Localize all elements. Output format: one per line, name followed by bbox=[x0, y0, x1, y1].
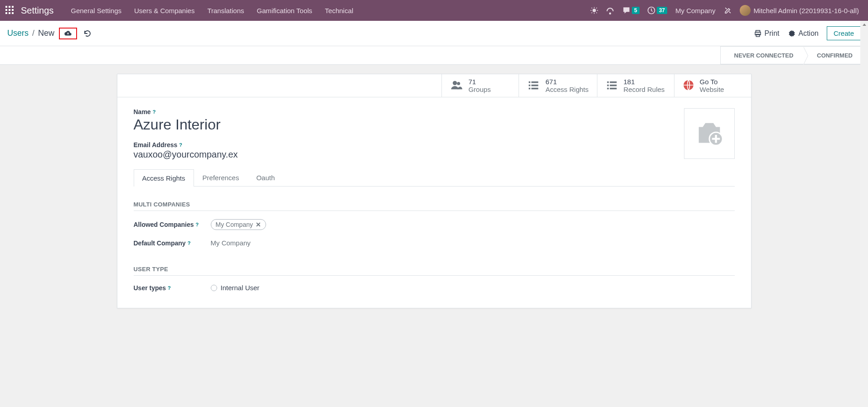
breadcrumb: Users / New bbox=[7, 28, 92, 39]
status-bar: NEVER CONNECTED CONFIRMED bbox=[0, 46, 868, 65]
help-icon[interactable]: ? bbox=[196, 222, 199, 227]
svg-rect-4 bbox=[9, 9, 10, 11]
radio-circle-icon bbox=[211, 285, 217, 291]
save-button[interactable] bbox=[59, 28, 77, 39]
stat-access-value: 671 bbox=[545, 78, 588, 86]
stat-rules-label: Record Rules bbox=[624, 86, 665, 93]
stat-groups[interactable]: 71 Groups bbox=[441, 74, 519, 97]
tab-oauth[interactable]: Oauth bbox=[247, 169, 283, 186]
tabs: Access Rights Preferences Oauth bbox=[134, 169, 735, 187]
tab-preferences[interactable]: Preferences bbox=[194, 169, 248, 186]
nav-translations[interactable]: Translations bbox=[201, 7, 250, 14]
help-icon[interactable]: ? bbox=[153, 109, 156, 115]
support-icon[interactable] bbox=[606, 6, 615, 15]
svg-rect-29 bbox=[610, 87, 616, 89]
nav-users-companies[interactable]: Users & Companies bbox=[128, 7, 201, 14]
tools-icon[interactable] bbox=[723, 6, 732, 15]
debug-icon[interactable] bbox=[590, 6, 598, 14]
svg-rect-3 bbox=[5, 9, 7, 11]
stat-groups-label: Groups bbox=[468, 86, 490, 93]
stat-website-line2: Website bbox=[700, 86, 724, 93]
cloud-upload-icon bbox=[63, 29, 73, 38]
name-label: Name ? bbox=[134, 108, 156, 115]
svg-rect-2 bbox=[12, 6, 14, 8]
svg-rect-24 bbox=[607, 81, 609, 83]
help-icon[interactable]: ? bbox=[168, 285, 171, 291]
email-label: Email Address ? bbox=[134, 141, 182, 148]
scrollbar[interactable] bbox=[860, 21, 868, 317]
allowed-companies-label: Allowed Companies ? bbox=[134, 221, 211, 228]
section-multi-companies: MULTI COMPANIES bbox=[134, 201, 735, 211]
user-types-label: User types ? bbox=[134, 284, 211, 292]
stat-groups-value: 71 bbox=[468, 78, 490, 86]
action-label: Action bbox=[799, 29, 819, 38]
svg-rect-20 bbox=[529, 84, 531, 86]
print-button[interactable]: Print bbox=[754, 29, 780, 38]
camera-plus-icon bbox=[693, 118, 725, 149]
svg-rect-26 bbox=[607, 84, 609, 86]
svg-rect-8 bbox=[12, 12, 14, 14]
action-button[interactable]: Action bbox=[788, 29, 819, 38]
svg-rect-27 bbox=[610, 84, 616, 86]
name-input[interactable]: Azure Interior bbox=[134, 116, 735, 133]
svg-rect-1 bbox=[9, 6, 10, 8]
company-switcher[interactable]: My Company bbox=[675, 7, 715, 14]
svg-rect-7 bbox=[9, 12, 10, 14]
breadcrumb-current: New bbox=[38, 29, 54, 38]
user-menu[interactable]: Mitchell Admin (22019931-16-0-all) bbox=[740, 5, 859, 16]
list-icon bbox=[527, 79, 540, 93]
gear-icon bbox=[788, 29, 796, 38]
svg-rect-18 bbox=[529, 81, 531, 83]
default-company-input[interactable]: My Company bbox=[211, 239, 251, 247]
activities-icon[interactable]: 37 bbox=[647, 6, 667, 15]
email-input[interactable]: vauxoo@yourcompany.ex bbox=[134, 149, 735, 160]
control-bar: Users / New Print Action Create bbox=[0, 21, 868, 46]
tag-label: My Company bbox=[216, 221, 253, 228]
svg-rect-19 bbox=[532, 81, 538, 83]
scroll-up-icon[interactable] bbox=[860, 21, 868, 29]
create-button[interactable]: Create bbox=[827, 26, 861, 40]
avatar-upload[interactable] bbox=[684, 108, 735, 159]
stat-buttons: 71 Groups 671 Access Rights 181 bbox=[117, 74, 751, 97]
svg-rect-25 bbox=[610, 81, 616, 83]
app-brand[interactable]: Settings bbox=[21, 5, 53, 16]
svg-point-9 bbox=[592, 9, 596, 12]
messages-icon[interactable]: 5 bbox=[622, 6, 640, 15]
help-icon[interactable]: ? bbox=[188, 240, 191, 246]
nav-technical[interactable]: Technical bbox=[319, 7, 360, 14]
stat-record-rules[interactable]: 181 Record Rules bbox=[597, 74, 674, 97]
print-icon bbox=[754, 29, 762, 38]
apps-icon[interactable] bbox=[5, 6, 15, 15]
svg-rect-28 bbox=[607, 87, 609, 89]
svg-point-16 bbox=[453, 81, 457, 85]
svg-rect-5 bbox=[12, 9, 14, 11]
stat-website[interactable]: Go To Website bbox=[674, 74, 751, 97]
help-icon[interactable]: ? bbox=[179, 142, 182, 148]
messages-badge: 5 bbox=[632, 7, 640, 14]
topbar: Settings General Settings Users & Compan… bbox=[0, 0, 868, 21]
svg-rect-23 bbox=[532, 87, 538, 89]
svg-point-10 bbox=[610, 13, 611, 14]
section-user-type: USER TYPE bbox=[134, 266, 735, 276]
stat-access-label: Access Rights bbox=[545, 86, 588, 93]
tab-access-rights[interactable]: Access Rights bbox=[134, 169, 194, 187]
users-icon bbox=[450, 79, 463, 93]
status-never-connected[interactable]: NEVER CONNECTED bbox=[720, 46, 804, 64]
nav-general-settings[interactable]: General Settings bbox=[64, 7, 128, 14]
user-name-label: Mitchell Admin (22019931-16-0-all) bbox=[753, 7, 859, 14]
stat-website-line1: Go To bbox=[700, 78, 724, 86]
nav-gamification[interactable]: Gamification Tools bbox=[251, 7, 319, 14]
stat-access-rights[interactable]: 671 Access Rights bbox=[519, 74, 596, 97]
status-confirmed[interactable]: CONFIRMED bbox=[803, 46, 863, 64]
svg-point-17 bbox=[457, 82, 461, 85]
form-sheet: 71 Groups 671 Access Rights 181 bbox=[117, 74, 752, 308]
discard-button[interactable] bbox=[83, 29, 92, 38]
allowed-companies-input[interactable]: My Company ✕ bbox=[211, 219, 266, 230]
stat-rules-value: 181 bbox=[624, 78, 665, 86]
breadcrumb-root[interactable]: Users bbox=[7, 29, 29, 38]
tag-remove-icon[interactable]: ✕ bbox=[256, 221, 261, 228]
radio-internal-user[interactable]: Internal User bbox=[211, 284, 260, 292]
print-label: Print bbox=[765, 29, 780, 38]
svg-rect-6 bbox=[5, 12, 7, 14]
svg-rect-22 bbox=[529, 87, 531, 89]
